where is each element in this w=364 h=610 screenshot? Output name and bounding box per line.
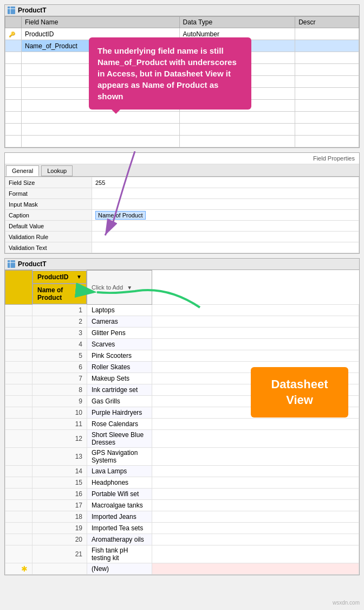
row-add-col <box>152 316 359 327</box>
table-row[interactable]: 14 Lava Lamps <box>5 465 359 477</box>
row-product-name[interactable]: Purple Hairdryers <box>87 407 152 418</box>
row-product-name[interactable]: Macroalgae tanks <box>87 499 152 511</box>
name-header-label: Name of Product <box>37 286 74 301</box>
tab-general[interactable]: General <box>6 165 39 176</box>
datasheet-table-icon <box>7 260 16 268</box>
col-click-to-add-header[interactable]: Click to Add ▼ <box>87 271 152 305</box>
row-indicator <box>5 522 32 534</box>
row-indicator <box>5 304 32 316</box>
row-id: 12 <box>32 429 87 447</box>
datasheet-callout-box: Datasheet View <box>251 367 348 418</box>
datasheet-section: ProductT ProductID ▼ Name of Product ▼ C… <box>4 258 360 575</box>
row-add-col <box>152 499 359 511</box>
prop-label-field-size: Field Size <box>5 177 92 188</box>
row-add-col <box>152 465 359 477</box>
table-row[interactable]: 16 Portable Wifi set <box>5 488 359 499</box>
row-product-name[interactable]: Cameras <box>87 316 152 327</box>
row-id: 7 <box>32 373 87 384</box>
row-product-name[interactable]: Imported Tea sets <box>87 522 152 534</box>
datasheet-tab-header[interactable]: ProductT <box>5 259 359 270</box>
callout-text: The underlying field name is still Name_… <box>98 46 237 101</box>
row-add-col <box>152 418 359 429</box>
table-row[interactable]: 18 Imported Jeans <box>5 511 359 522</box>
row-product-name[interactable]: GPS Navigation Systems <box>87 447 152 465</box>
table-row[interactable]: 3 Glitter Pens <box>5 327 359 338</box>
name-dropdown-icon[interactable]: ▼ <box>76 291 82 297</box>
row-product-name[interactable]: Ink cartridge set <box>87 384 152 395</box>
design-view-section: ProductT Field Name Data Type Descr 🔑 Pr… <box>4 4 360 148</box>
row-product-name[interactable]: Laptops <box>87 304 152 316</box>
tab-lookup[interactable]: Lookup <box>41 165 73 176</box>
row-indicator <box>5 477 32 488</box>
row-indicator <box>5 361 32 373</box>
design-view-tab-header[interactable]: ProductT <box>5 5 359 16</box>
row-id: 2 <box>32 316 87 327</box>
row-product-name[interactable]: Portable Wifi set <box>87 488 152 499</box>
row-indicator-cell <box>5 40 22 52</box>
row-indicator <box>5 429 32 447</box>
row-key-cell: 🔑 <box>5 28 22 40</box>
row-indicator <box>5 447 32 465</box>
datasheet-tab-title: ProductT <box>18 260 47 268</box>
row-indicator <box>5 373 32 384</box>
row-id: 17 <box>32 499 87 511</box>
productid-dropdown-icon[interactable]: ▼ <box>76 274 82 280</box>
row-indicator <box>5 488 32 499</box>
row-product-name[interactable]: Aromatherapy oils <box>87 534 152 545</box>
table-row[interactable]: 4 Scarves <box>5 338 359 350</box>
row-id: 11 <box>32 418 87 429</box>
row-add-col <box>152 477 359 488</box>
row-product-name[interactable]: Fish tank pH testing kit <box>87 545 152 563</box>
row-product-name[interactable]: Makeup Sets <box>87 373 152 384</box>
row-product-name[interactable]: Lava Lamps <box>87 465 152 477</box>
row-add-col <box>152 327 359 338</box>
row-product-name[interactable]: Imported Jeans <box>87 511 152 522</box>
table-row-empty <box>5 112 359 124</box>
table-row[interactable]: 13 GPS Navigation Systems <box>5 447 359 465</box>
table-row[interactable]: 2 Cameras <box>5 316 359 327</box>
col-name-header[interactable]: Name of Product ▼ <box>32 284 87 304</box>
row-add-col <box>152 447 359 465</box>
row-product-name[interactable]: Headphones <box>87 477 152 488</box>
row-add-col <box>152 545 359 563</box>
svg-rect-0 <box>8 7 15 14</box>
prop-value-validation-text[interactable] <box>92 242 359 253</box>
callout-box: The underlying field name is still Name_… <box>89 37 251 110</box>
row-id: 1 <box>32 304 87 316</box>
row-indicator <box>5 327 32 338</box>
row-product-name[interactable]: Glitter Pens <box>87 327 152 338</box>
table-row[interactable]: 19 Imported Tea sets <box>5 522 359 534</box>
key-icon: 🔑 <box>9 31 15 37</box>
table-row[interactable]: 21 Fish tank pH testing kit <box>5 545 359 563</box>
new-row-add <box>152 563 359 574</box>
table-row[interactable]: 11 Rose Calendars <box>5 418 359 429</box>
row-id: 19 <box>32 522 87 534</box>
new-row-label[interactable]: (New) <box>87 563 152 574</box>
datasheet-table: ProductID ▼ Name of Product ▼ Click to A… <box>5 270 359 575</box>
add-dropdown-icon[interactable]: ▼ <box>127 285 132 291</box>
table-row[interactable]: 17 Macroalgae tanks <box>5 499 359 511</box>
table-row[interactable]: 12 Short Sleeve Blue Dresses <box>5 429 359 447</box>
new-row[interactable]: ✱ (New) <box>5 563 359 574</box>
table-row[interactable]: 20 Aromatherapy oils <box>5 534 359 545</box>
col-field-name: Field Name <box>22 17 180 28</box>
table-row[interactable]: 5 Pink Scooters <box>5 350 359 361</box>
row-product-name[interactable]: Gas Grills <box>87 395 152 407</box>
table-row[interactable]: 1 Laptops <box>5 304 359 316</box>
row-product-name[interactable]: Short Sleeve Blue Dresses <box>87 429 152 447</box>
row-product-name[interactable]: Rose Calendars <box>87 418 152 429</box>
table-icon <box>7 6 16 15</box>
row-indicator <box>5 350 32 361</box>
row-add-col <box>152 488 359 499</box>
row-id: 15 <box>32 477 87 488</box>
col-productid-header[interactable]: ProductID ▼ <box>32 271 87 284</box>
watermark: wsxdn.com <box>333 600 360 606</box>
row-product-name[interactable]: Roller Skates <box>87 361 152 373</box>
row-product-name[interactable]: Scarves <box>87 338 152 350</box>
row-id: 4 <box>32 338 87 350</box>
col-data-type: Data Type <box>179 17 295 28</box>
row-product-name[interactable]: Pink Scooters <box>87 350 152 361</box>
table-row[interactable]: 15 Headphones <box>5 477 359 488</box>
design-view-tab-title: ProductT <box>18 7 47 14</box>
row-add-col <box>152 534 359 545</box>
